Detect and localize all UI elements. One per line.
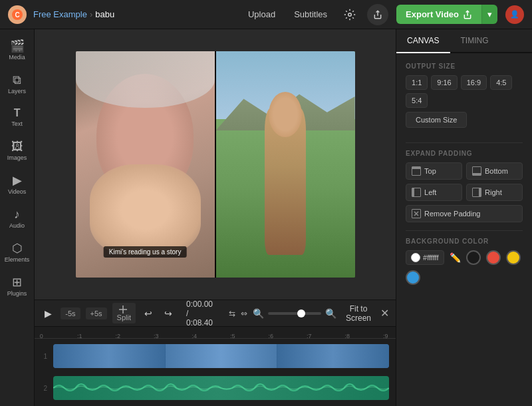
panel-tabs: CANVAS TIMING [396, 29, 532, 53]
split-button[interactable]: Split [112, 303, 136, 323]
background-color-label: BACKGROUND COLOR [406, 238, 523, 245]
zoom-in-icon[interactable]: 🔍 [325, 308, 336, 319]
sidebar-item-elements[interactable]: ⬡ Elements [1, 237, 33, 268]
breadcrumb: Free Example › babu [33, 9, 114, 19]
right-panel: CANVAS TIMING OUTPUT SIZE 1:1 9:16 16:9 … [396, 29, 532, 406]
divider-2 [406, 230, 523, 231]
ruler-mark: :3 [154, 333, 159, 339]
audio-icon: ♪ [14, 208, 20, 220]
right-pad-icon [472, 188, 481, 197]
sidebar-label-videos: Videos [8, 188, 26, 195]
topbar-actions: Upload Subtitles Export Video ▾ 👤 [243, 4, 524, 25]
export-btn-group: Export Video ▾ [396, 5, 497, 24]
timeline-ruler: 0 :1 :2 :3 :4 :5 :6 :7 :8 :9 [35, 327, 396, 339]
ruler-mark: :9 [383, 333, 388, 339]
padding-grid: Top Bottom Left Right [406, 162, 523, 201]
track-1: 1 [41, 341, 389, 371]
size-9-16[interactable]: 9:16 [431, 75, 457, 90]
undo-button[interactable]: ↩ [141, 306, 156, 321]
color-swatch-black[interactable] [466, 250, 481, 265]
zoom-slider[interactable] [268, 312, 321, 315]
sidebar-item-text[interactable]: T Text [1, 102, 33, 132]
user-avatar[interactable]: 👤 [505, 5, 524, 24]
divider-1 [406, 142, 523, 143]
svg-point-2 [348, 13, 352, 16]
images-icon: 🖼 [11, 140, 23, 152]
redo-button[interactable]: ↪ [161, 306, 176, 321]
app-logo: C [8, 5, 27, 24]
remove-padding-button[interactable]: Remove Padding [406, 205, 523, 222]
zoom-out-icon[interactable]: 🔍 [253, 308, 264, 319]
padding-top-button[interactable]: Top [406, 162, 462, 180]
color-swatch-yellow[interactable] [506, 250, 521, 265]
remove-pad-icon [412, 209, 421, 218]
color-swatch-blue[interactable] [406, 270, 420, 285]
color-hex-display: #ffffff [406, 250, 444, 265]
padding-left-button[interactable]: Left [406, 184, 462, 201]
close-timeline-button[interactable]: ✕ [380, 307, 389, 319]
ruler-mark: 0 [40, 333, 43, 339]
waveform-svg [53, 376, 389, 400]
share-button[interactable] [367, 4, 388, 25]
expand-padding-section: EXPAND PADDING Top Bottom Left [406, 150, 523, 222]
size-5-4[interactable]: 5:4 [406, 93, 428, 108]
ruler-mark: :8 [345, 333, 350, 339]
export-button[interactable]: Export Video [396, 5, 481, 24]
padding-right-button[interactable]: Right [466, 184, 523, 201]
size-1-1[interactable]: 1:1 [406, 75, 428, 90]
text-icon: T [14, 108, 21, 118]
fit-screen-button[interactable]: Fit to Screen [342, 302, 375, 325]
ruler-mark: :4 [192, 333, 197, 339]
tab-canvas[interactable]: CANVAS [396, 29, 450, 53]
main-layout: 🎬 Media ⧉ Layers T Text 🖼 Images ▶ Video… [0, 29, 532, 406]
size-4-5[interactable]: 4:5 [490, 75, 512, 90]
sidebar-label-images: Images [7, 154, 27, 161]
top-pad-icon [412, 166, 421, 176]
video-track [53, 344, 389, 368]
snap-icon: ⇔ [241, 309, 247, 318]
video-left: Kimi's reading us a story [76, 51, 215, 278]
custom-size-button[interactable]: Custom Size [406, 112, 467, 128]
sidebar-label-media: Media [9, 54, 25, 61]
current-time: 0:00.00 / 0:08.40 [186, 300, 213, 327]
play-button[interactable]: ▶ [41, 306, 55, 321]
sidebar-item-media[interactable]: 🎬 Media [1, 35, 33, 66]
videos-icon: ▶ [13, 174, 22, 186]
track-2-number: 2 [41, 385, 49, 392]
track-1-content[interactable] [53, 344, 389, 368]
ruler-mark: :1 [77, 333, 82, 339]
sidebar-item-audio[interactable]: ♪ Audio [1, 203, 33, 234]
plugins-icon: ⊞ [12, 276, 22, 288]
padding-bottom-button[interactable]: Bottom [466, 162, 523, 180]
sidebar-item-images[interactable]: 🖼 Images [1, 135, 33, 166]
track-2: 2 [41, 373, 389, 403]
canvas-area: Kimi's reading us a story [35, 29, 396, 300]
skip-forward-button[interactable]: +5s [86, 307, 107, 319]
svg-text:C: C [15, 11, 19, 19]
media-icon: 🎬 [10, 40, 25, 52]
left-pad-icon [412, 188, 421, 197]
settings-icon[interactable] [340, 5, 359, 24]
project-name[interactable]: Free Example [33, 9, 87, 19]
sidebar-item-plugins[interactable]: ⊞ Plugins [1, 271, 33, 302]
timeline-controls: ▶ -5s +5s Split ↩ ↪ 0:00.00 / 0:08.40 ⇆ … [35, 300, 396, 327]
tab-timing[interactable]: TIMING [450, 29, 499, 53]
sidebar-label-plugins: Plugins [7, 290, 27, 297]
active-color-swatch[interactable] [411, 253, 420, 262]
eyedropper-button[interactable]: ✏️ [450, 252, 461, 263]
upload-button[interactable]: Upload [243, 7, 281, 22]
video-right [216, 51, 355, 278]
sidebar-label-elements: Elements [5, 256, 30, 263]
size-16-9[interactable]: 16:9 [461, 75, 487, 90]
skip-back-button[interactable]: -5s [61, 307, 80, 319]
track-2-content[interactable] [53, 376, 389, 400]
layers-icon: ⧉ [13, 74, 21, 86]
sidebar-item-layers[interactable]: ⧉ Layers [1, 69, 33, 100]
sidebar-item-videos[interactable]: ▶ Videos [1, 169, 33, 200]
audio-track [53, 376, 389, 400]
background-color-section: BACKGROUND COLOR #ffffff ✏️ [406, 238, 523, 285]
zoom-thumb[interactable] [297, 309, 305, 317]
subtitles-button[interactable]: Subtitles [289, 7, 332, 22]
color-swatch-red[interactable] [486, 250, 501, 265]
export-dropdown-button[interactable]: ▾ [481, 5, 497, 24]
